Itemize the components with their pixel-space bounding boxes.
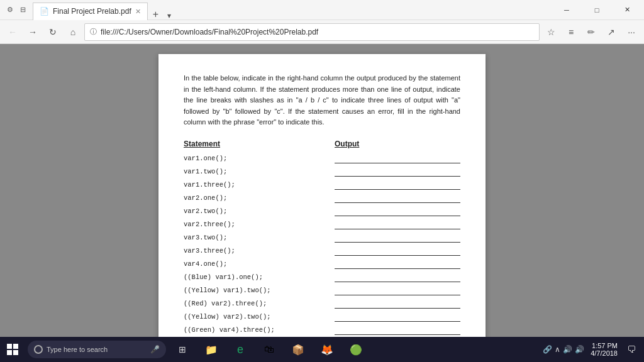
app6-button[interactable]: 🟢 (342, 337, 370, 362)
pdf-code-row: ((Blue) var1).one(); (184, 272, 322, 283)
reader-button[interactable]: ≡ (562, 23, 580, 41)
pdf-output-row (335, 325, 460, 336)
refresh-button[interactable]: ↻ (44, 23, 62, 41)
pdf-statement: ((Yellow) var1).two(); (184, 285, 271, 297)
statement-header: Statement (184, 138, 322, 150)
taskbar-right: 🔗 ∧ 🔊 🔊 1:57 PM 4/7/2018 🗨 (543, 337, 644, 362)
pdf-output-line (335, 219, 460, 229)
home-button[interactable]: ⌂ (64, 23, 82, 41)
chevron-icon: ∧ (555, 345, 560, 354)
pdf-table: Statement var1.one();var1.two();var1.thr… (184, 138, 460, 337)
pdf-code-row: ((Red) var2).three(); (184, 299, 322, 310)
pdf-output-row (335, 285, 460, 297)
output-header: Output (335, 138, 460, 150)
pdf-output-line (335, 193, 460, 203)
edge-icon: e (233, 342, 248, 357)
tab-area: 📄 Final Project Prelab.pdf ✕ + ▾ (33, 0, 552, 20)
pdf-output-row (335, 206, 460, 217)
pdf-output-line (335, 312, 460, 322)
maximize-button[interactable]: □ (582, 0, 611, 20)
pdf-output-row (335, 193, 460, 204)
pdf-output-row (335, 246, 460, 257)
pdf-statement: ((Red) var2).three(); (184, 299, 267, 310)
pdf-code-row: var4.one(); (184, 259, 322, 270)
share-button[interactable]: ↗ (602, 23, 620, 41)
forward-button[interactable]: → (24, 23, 42, 41)
addrbar-right: ☆ ≡ ✏ ↗ ··· (542, 23, 640, 41)
pdf-output-row (335, 312, 460, 323)
pdf-output-line (335, 259, 460, 269)
lock-icon: ⓘ (90, 27, 97, 36)
tab-title: Final Project Prelab.pdf (53, 7, 131, 16)
clock[interactable]: 1:57 PM 4/7/2018 (587, 342, 621, 357)
tab-close-button[interactable]: ✕ (135, 8, 141, 16)
start-button[interactable] (0, 337, 25, 362)
pdf-output-line (335, 325, 460, 335)
clock-time: 1:57 PM (591, 342, 618, 349)
settings-icon: ⚙ (5, 5, 15, 15)
pdf-output-row (335, 299, 460, 310)
pdf-output-row (335, 219, 460, 231)
star-button[interactable]: ☆ (542, 23, 560, 41)
pdf-statement: var4.one(); (184, 259, 227, 270)
pdf-code-row: ((Yellow) var2).two(); (184, 312, 322, 323)
titlebar-icons: ⚙ ⊟ (0, 5, 33, 15)
pdf-code-row: ((Green) var4).three(); (184, 325, 322, 336)
edge-button[interactable]: e (226, 337, 254, 362)
taskbar-search[interactable]: Type here to search 🎤 (28, 341, 166, 358)
address-box[interactable]: ⓘ file:///C:/Users/Owner/Downloads/Final… (84, 23, 540, 41)
logo-q3 (7, 350, 12, 355)
task-view-button[interactable]: ⊞ (169, 337, 196, 362)
app5-button[interactable]: 📦 (284, 337, 312, 362)
pdf-code-row: var1.one(); (184, 153, 322, 165)
pdf-code-row: var3.three(); (184, 246, 322, 257)
more-button[interactable]: ··· (623, 23, 640, 41)
pdf-code-row: var1.two(); (184, 167, 322, 178)
address-bar: ← → ↻ ⌂ ⓘ file:///C:/Users/Owner/Downloa… (0, 20, 644, 44)
pdf-statement: ((Yellow) var2).two(); (184, 312, 271, 323)
notification-button[interactable]: 🗨 (624, 337, 639, 362)
close-button[interactable]: ✕ (613, 0, 641, 20)
pen-button[interactable]: ✏ (582, 23, 600, 41)
task-view-icon: ⊞ (175, 342, 190, 357)
firefox-button[interactable]: 🦊 (313, 337, 341, 362)
store-button[interactable]: 🛍 (255, 337, 283, 362)
logo-q2 (13, 344, 18, 349)
folder-icon: 📁 (204, 342, 219, 357)
tab-dropdown-button[interactable]: ▾ (164, 11, 175, 20)
file-explorer-button[interactable]: 📁 (197, 337, 225, 362)
pdf-statement: ((Green) var4).three(); (184, 325, 275, 336)
pdf-output-row (335, 167, 460, 178)
pdf-viewer[interactable]: In the table below, indicate in the righ… (0, 44, 644, 337)
pdf-code-row: var3.two(); (184, 233, 322, 244)
pdf-output-row (335, 180, 460, 191)
pdf-output-row (335, 272, 460, 283)
microphone-icon: 🎤 (150, 345, 160, 354)
pdf-output-line (335, 285, 460, 295)
firefox-icon: 🦊 (319, 342, 335, 357)
pdf-statement: ((Blue) var1).one(); (184, 272, 263, 283)
pdf-statement: var2.two(); (184, 206, 227, 217)
minimize-button[interactable]: ─ (552, 0, 581, 20)
pdf-intro-text: In the table below, indicate in the righ… (184, 73, 460, 128)
taskbar: Type here to search 🎤 ⊞ 📁 e 🛍 📦 🦊 🟢 🔗 ∧ … (0, 337, 644, 362)
search-placeholder: Type here to search (47, 346, 108, 353)
pdf-code-row: var1.three(); (184, 180, 322, 191)
app6-icon: 🟢 (348, 342, 364, 357)
pdf-left-column: Statement var1.one();var1.two();var1.thr… (184, 138, 322, 337)
notification-icon: 🗨 (627, 344, 636, 354)
pdf-code-row: var2.three(); (184, 219, 322, 231)
logo-q1 (7, 344, 12, 349)
active-tab[interactable]: 📄 Final Project Prelab.pdf ✕ (33, 3, 148, 20)
pdf-output-line (335, 153, 460, 163)
new-tab-button[interactable]: + (148, 9, 164, 20)
pdf-output-line (335, 299, 460, 309)
store-icon: 🛍 (262, 342, 277, 357)
tab-manager-icon: ⊟ (18, 5, 28, 15)
pdf-output-rows (335, 153, 460, 337)
pdf-statement: var2.three(); (184, 219, 235, 231)
pdf-code-rows: var1.one();var1.two();var1.three();var2.… (184, 153, 322, 337)
tab-pdf-icon: 📄 (40, 7, 49, 16)
back-button[interactable]: ← (4, 23, 21, 41)
pdf-code-row: var2.one(); (184, 193, 322, 204)
